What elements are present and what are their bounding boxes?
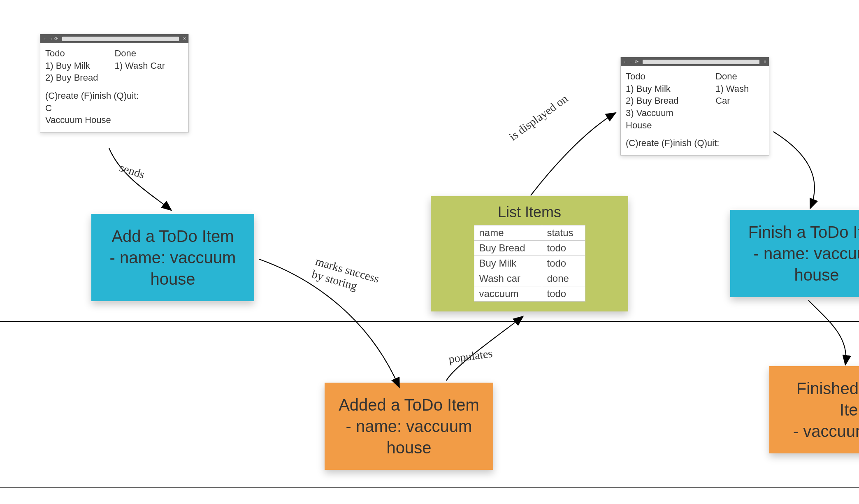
nav-icons: ← → ⟳: [623, 59, 638, 65]
table-cell: vaccuum: [474, 286, 542, 302]
terminal-window-1: ← → ⟳ × Todo 1) Buy Milk 2) Buy Bread Do…: [40, 34, 189, 132]
done-header: Done: [715, 70, 764, 83]
card-line: Added a ToDo Item: [339, 394, 479, 416]
card-line: house: [794, 264, 839, 286]
arrow-label-displayed: is displayed on: [507, 92, 571, 144]
nav-icons: ← → ⟳: [43, 36, 58, 42]
card-line: house: [151, 268, 195, 290]
todo-item: 2) Buy Bread: [45, 72, 98, 84]
card-added-todo: Added a ToDo Item - name: vaccuum house: [325, 383, 493, 470]
arrow-label-populates: populates: [448, 347, 493, 366]
arrow-finish-to-finished: [804, 296, 859, 368]
card-line: Finished a ToDo: [796, 378, 859, 399]
table-row: vaccuumtodo: [474, 286, 585, 302]
todo-item: 2) Buy Bread: [626, 95, 699, 107]
table-header: status: [542, 225, 585, 241]
table-cell: todo: [542, 256, 585, 271]
arrow-mini2-to-finish: [769, 128, 835, 214]
card-add-todo: Add a ToDo Item - name: vaccuum house: [91, 214, 254, 301]
todo-header: Todo: [626, 70, 699, 83]
card-list-items: List Items name status Buy Breadtodo Buy…: [431, 196, 628, 311]
done-header: Done: [114, 47, 165, 60]
swimlane-divider-2: [0, 487, 859, 488]
todo-item: 3) Vaccuum House: [626, 107, 699, 131]
todo-item: 1) Buy Milk: [45, 60, 98, 72]
titlebar: ← → ⟳ ×: [621, 57, 769, 66]
table-row: Buy Breadtodo: [474, 241, 585, 256]
close-icon: ×: [764, 59, 766, 65]
diagram-canvas: ← → ⟳ × Todo 1) Buy Milk 2) Buy Bread Do…: [0, 0, 859, 504]
swimlane-divider-1: [0, 321, 859, 322]
card-line: Item: [840, 399, 859, 420]
todo-header: Todo: [45, 47, 98, 60]
terminal-body: Todo 1) Buy Milk 2) Buy Bread 3) Vaccuum…: [621, 66, 769, 155]
arrow-sends: [105, 144, 187, 214]
card-line: - name: vaccuum: [754, 243, 859, 264]
arrow-label-sends: sends: [118, 161, 146, 181]
card-line: Add a ToDo Item: [111, 225, 234, 247]
table-row: Wash cardone: [474, 271, 585, 286]
card-finished-todo: Finished a ToDo Item - vaccuum house: [769, 366, 859, 453]
table-header: name: [474, 225, 542, 241]
card-line: - name: vaccuum: [346, 416, 472, 437]
card-title: List Items: [498, 204, 561, 221]
prompt-input: Vaccuum House: [45, 114, 183, 126]
table-cell: todo: [542, 241, 585, 256]
card-line: - vaccuum house: [793, 420, 859, 442]
card-line: Finish a ToDo Item: [748, 221, 859, 243]
close-icon: ×: [183, 36, 186, 42]
card-line: house: [387, 437, 432, 458]
card-finish-todo: Finish a ToDo Item - name: vaccuum house: [730, 210, 859, 297]
done-item: 1) Wash Car: [114, 60, 165, 72]
terminal-body: Todo 1) Buy Milk 2) Buy Bread Done 1) Wa…: [40, 43, 188, 132]
table-cell: Wash car: [474, 271, 542, 286]
url-bar: [643, 60, 759, 64]
prompt-line: (C)reate (F)inish (Q)uit:: [45, 90, 183, 102]
arrow-label-marks: marks success by storing: [310, 255, 381, 298]
table-cell: Buy Milk: [474, 256, 542, 271]
table-cell: todo: [542, 286, 585, 302]
card-line: - name: vaccuum: [110, 247, 236, 268]
table-cell: Buy Bread: [474, 241, 542, 256]
table-row: name status: [474, 225, 585, 241]
titlebar: ← → ⟳ ×: [40, 34, 188, 43]
table-row: Buy Milktodo: [474, 256, 585, 271]
list-items-table: name status Buy Breadtodo Buy Milktodo W…: [474, 225, 585, 302]
table-cell: done: [542, 271, 585, 286]
terminal-window-2: ← → ⟳ × Todo 1) Buy Milk 2) Buy Bread 3)…: [620, 57, 769, 156]
done-item: 1) Wash Car: [715, 83, 764, 107]
todo-item: 1) Buy Milk: [626, 83, 699, 95]
prompt-line: (C)reate (F)inish (Q)uit:: [626, 137, 764, 149]
prompt-input: C: [45, 102, 183, 114]
url-bar: [62, 37, 179, 41]
